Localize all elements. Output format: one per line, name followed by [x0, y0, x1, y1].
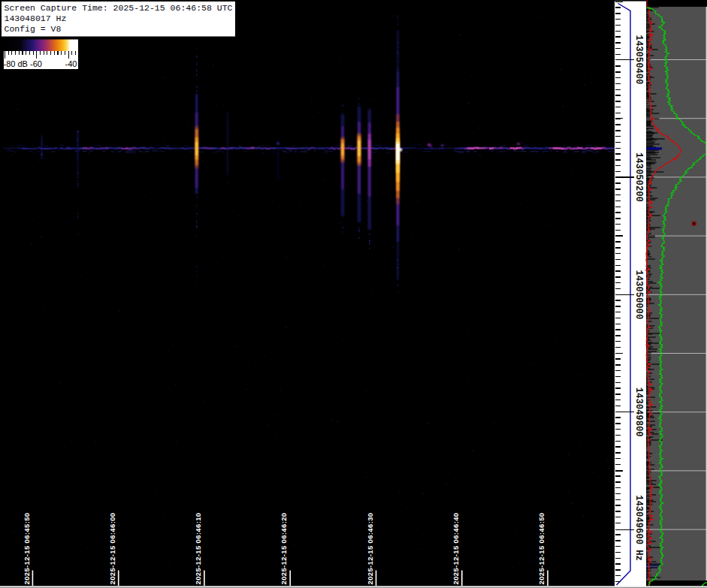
- svg-text:-80 dB -60: -80 dB -60: [4, 59, 42, 68]
- svg-text:2025-12-15 06:46:30: 2025-12-15 06:46:30: [366, 513, 374, 585]
- svg-text:143048017 Hz: 143048017 Hz: [5, 14, 67, 23]
- svg-text:143050200: 143050200: [633, 152, 644, 202]
- svg-text:2025-12-15 06:46:40: 2025-12-15 06:46:40: [452, 513, 460, 585]
- svg-text:143050400: 143050400: [633, 35, 644, 85]
- svg-text:2025-12-15 06:45:50: 2025-12-15 06:45:50: [23, 513, 31, 585]
- svg-text:-40: -40: [65, 59, 77, 68]
- svg-text:Config = V8: Config = V8: [5, 24, 62, 34]
- svg-text:2025-12-15 06:46:10: 2025-12-15 06:46:10: [194, 513, 202, 585]
- svg-text:2025-12-15 06:46:20: 2025-12-15 06:46:20: [279, 513, 288, 585]
- svg-text:2025-12-15 06:46:50: 2025-12-15 06:46:50: [537, 513, 545, 585]
- svg-text:2025-12-15 06:46:00: 2025-12-15 06:46:00: [108, 513, 116, 585]
- svg-text:143050000: 143050000: [633, 270, 644, 319]
- svg-text:Screen Capture Time: 2025-12-1: Screen Capture Time: 2025-12-15 06:46:58…: [5, 3, 233, 13]
- svg-text:143049800: 143049800: [633, 387, 644, 437]
- svg-text:143049600 Hz: 143049600 Hz: [633, 495, 644, 561]
